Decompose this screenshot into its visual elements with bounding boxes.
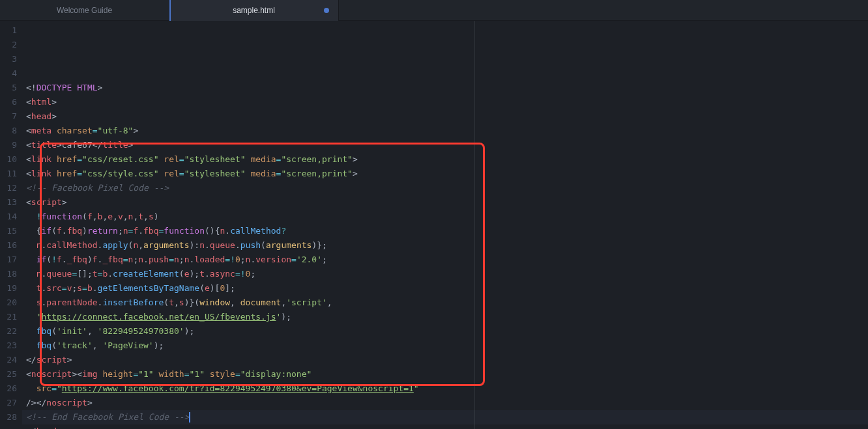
line-number: 15	[0, 224, 22, 238]
line-number-gutter: 1234567891011121314151617181920212223242…	[0, 21, 22, 429]
line-number: 20	[0, 296, 22, 310]
tab-bar: Welcome Guide sample.html	[0, 0, 868, 21]
code-line[interactable]: </script>	[22, 353, 868, 367]
code-line[interactable]: <head>	[22, 109, 868, 124]
code-line[interactable]: /></noscript>	[22, 396, 868, 410]
code-line[interactable]: {if(f.fbq)return;n=f.fbq=function(){n.ca…	[22, 224, 868, 238]
line-number: 14	[0, 210, 22, 224]
line-number: 22	[0, 324, 22, 339]
line-number: 23	[0, 339, 22, 353]
code-line[interactable]: </head>	[22, 424, 868, 429]
line-number: 27	[0, 396, 22, 410]
line-number: 7	[0, 109, 22, 124]
line-number: 19	[0, 281, 22, 296]
code-line[interactable]: <script>	[22, 195, 868, 210]
line-number: 21	[0, 310, 22, 324]
line-number: 28	[0, 410, 22, 424]
code-line[interactable]: fbq('init', '822949524970380');	[22, 324, 868, 339]
code-line[interactable]: <meta charset="utf-8">	[22, 124, 868, 138]
code-line[interactable]: !function(f,b,e,v,n,t,s)	[22, 210, 868, 224]
code-line[interactable]: <link href="css/style.css" rel="styleshe…	[22, 167, 868, 181]
line-number: 17	[0, 253, 22, 267]
code-line[interactable]: 'https://connect.facebook.net/en_US/fbev…	[22, 310, 868, 324]
code-line[interactable]: <title>cafe67</title>	[22, 138, 868, 152]
tab-sample-html[interactable]: sample.html	[169, 0, 339, 21]
tab-label: Welcome Guide	[57, 6, 112, 15]
code-line[interactable]: n.callMethod.apply(n,arguments):n.queue.…	[22, 238, 868, 253]
line-number: 24	[0, 353, 22, 367]
line-number: 16	[0, 238, 22, 253]
line-number: 10	[0, 152, 22, 167]
dirty-indicator-icon	[324, 8, 329, 13]
line-number: 2	[0, 38, 22, 52]
line-number: 4	[0, 66, 22, 81]
line-number: 6	[0, 95, 22, 109]
line-number: 5	[0, 81, 22, 95]
line-number: 8	[0, 124, 22, 138]
editor: 1234567891011121314151617181920212223242…	[0, 21, 868, 429]
code-line[interactable]: t.src=v;s=b.getElementsByTagName(e)[0];	[22, 281, 868, 296]
line-number: 18	[0, 267, 22, 281]
code-area[interactable]: <!DOCTYPE HTML><html><head><meta charset…	[22, 21, 868, 429]
line-number: 9	[0, 138, 22, 152]
code-line[interactable]: <!DOCTYPE HTML>	[22, 81, 868, 95]
code-line[interactable]: fbq('track', 'PageView');	[22, 339, 868, 353]
line-number: 13	[0, 195, 22, 210]
line-number: 25	[0, 367, 22, 381]
line-number: 26	[0, 381, 22, 396]
code-line[interactable]: s.parentNode.insertBefore(t,s)}(window, …	[22, 296, 868, 310]
code-line[interactable]: if(!f._fbq)f._fbq=n;n.push=n;n.loaded=!0…	[22, 253, 868, 267]
text-cursor	[189, 412, 190, 422]
tab-welcome-guide[interactable]: Welcome Guide	[0, 0, 169, 21]
line-number: 12	[0, 181, 22, 195]
tab-label: sample.html	[233, 6, 275, 15]
code-line[interactable]: <html>	[22, 95, 868, 109]
line-number: 11	[0, 167, 22, 181]
code-line[interactable]: n.queue=[];t=b.createElement(e);t.async=…	[22, 267, 868, 281]
code-line[interactable]: <noscript><img height="1" width="1" styl…	[22, 367, 868, 381]
code-line[interactable]: <!-- Facebook Pixel Code -->	[22, 181, 868, 195]
line-number: 3	[0, 52, 22, 66]
code-line[interactable]: src="https://www.facebook.com/tr?id=8229…	[22, 381, 868, 396]
code-line[interactable]: <!-- End Facebook Pixel Code -->	[22, 410, 868, 424]
code-line[interactable]: <link href="css/reset.css" rel="styleshe…	[22, 152, 868, 167]
line-number: 1	[0, 23, 22, 38]
